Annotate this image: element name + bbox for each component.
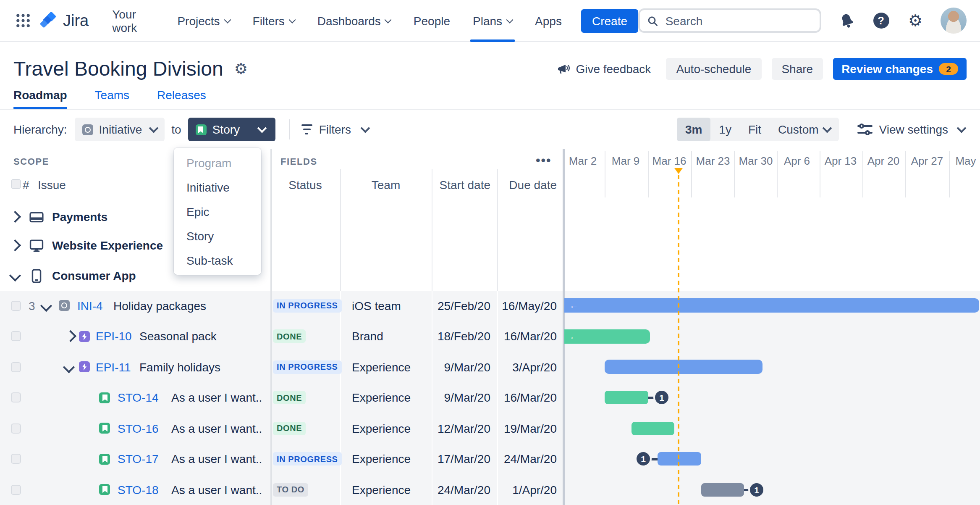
gantt-bar[interactable]: ← — [564, 299, 979, 313]
user-avatar[interactable] — [941, 8, 967, 34]
nav-item-dashboards[interactable]: Dashboards — [317, 0, 391, 42]
tab-roadmap[interactable]: Roadmap — [13, 88, 67, 109]
start-date-cell[interactable]: 18/Feb/20 — [432, 321, 490, 352]
issue-key[interactable]: EPI-11 — [96, 352, 131, 382]
settings-gear-icon[interactable]: ⚙ — [906, 11, 925, 30]
gantt-bar[interactable] — [605, 391, 648, 405]
chevron-down-icon[interactable] — [9, 270, 21, 281]
dropdown-option-subtask[interactable]: Sub-task — [174, 248, 261, 272]
team-cell[interactable]: Experience — [352, 382, 411, 413]
dropdown-option-initiative[interactable]: Initiative — [174, 175, 261, 199]
due-date-cell[interactable]: 16/Mar/20 — [497, 321, 557, 352]
status-badge[interactable]: IN PROGRESS — [273, 360, 342, 374]
start-date-cell[interactable]: 17/Mar/20 — [432, 444, 490, 474]
start-date-cell[interactable]: 25/Feb/20 — [432, 290, 490, 321]
row-checkbox[interactable] — [11, 362, 21, 372]
column-header-team[interactable]: Team — [340, 178, 432, 192]
gantt-bar[interactable] — [631, 422, 674, 435]
search-box[interactable] — [638, 8, 821, 33]
due-date-cell[interactable]: 1/Apr/20 — [497, 474, 557, 505]
nav-item-your-work[interactable]: Your work — [112, 0, 155, 42]
chevron-right-icon[interactable] — [9, 239, 21, 251]
zoom-custom-button[interactable]: Custom — [770, 118, 839, 141]
nav-item-people[interactable]: People — [414, 0, 450, 42]
tab-teams[interactable]: Teams — [95, 88, 129, 109]
jira-logo[interactable]: Jira — [39, 11, 89, 30]
issue-summary[interactable]: As a user I want.. — [171, 444, 262, 474]
team-cell[interactable]: Brand — [352, 321, 383, 352]
create-button[interactable]: Create — [581, 9, 638, 32]
dropdown-option-story[interactable]: Story — [174, 224, 261, 248]
tab-releases[interactable]: Releases — [157, 88, 206, 109]
start-date-cell[interactable]: 9/Mar/20 — [432, 382, 490, 413]
status-badge[interactable]: IN PROGRESS — [273, 299, 342, 313]
nav-item-apps[interactable]: Apps — [535, 0, 562, 42]
issue-row[interactable]: STO-16 As a user I want.. DONE Experienc… — [0, 413, 980, 444]
issue-row[interactable]: EPI-10 Seasonal pack DONE Brand 18/Feb/2… — [0, 321, 980, 352]
nav-item-plans[interactable]: Plans — [473, 0, 512, 42]
review-changes-button[interactable]: Review changes 2 — [833, 58, 967, 80]
issue-key[interactable]: INI-4 — [77, 290, 103, 321]
select-all-checkbox[interactable] — [11, 179, 21, 189]
notifications-bell-icon[interactable] — [837, 11, 856, 30]
search-input[interactable] — [664, 13, 812, 28]
issue-summary[interactable]: Family holidays — [139, 352, 220, 382]
team-cell[interactable]: iOS team — [352, 290, 401, 321]
due-date-cell[interactable]: 16/May/20 — [497, 290, 557, 321]
row-checkbox[interactable] — [11, 331, 21, 342]
chevron-right-icon[interactable] — [9, 211, 21, 223]
status-badge[interactable]: DONE — [273, 330, 306, 343]
issue-row[interactable]: STO-14 As a user I want.. DONE Experienc… — [0, 382, 980, 413]
row-checkbox[interactable] — [11, 301, 21, 311]
row-checkbox[interactable] — [11, 485, 21, 495]
filters-button[interactable]: Filters — [301, 123, 369, 136]
gantt-bar[interactable]: ← — [564, 329, 650, 344]
give-feedback-button[interactable]: Give feedback — [551, 61, 656, 76]
column-header-status[interactable]: Status — [270, 178, 340, 192]
nav-item-filters[interactable]: Filters — [253, 0, 295, 42]
issue-key[interactable]: EPI-10 — [96, 321, 132, 352]
status-badge[interactable]: DONE — [273, 391, 306, 405]
issue-key[interactable]: STO-14 — [118, 382, 159, 413]
status-badge[interactable]: DONE — [273, 422, 306, 435]
row-checkbox[interactable] — [11, 454, 21, 464]
view-settings-button[interactable]: View settings — [857, 123, 965, 136]
gantt-bar[interactable] — [658, 452, 701, 466]
plan-settings-gear-icon[interactable]: ⚙ — [234, 60, 248, 78]
team-cell[interactable]: Experience — [352, 444, 411, 474]
gantt-bar[interactable] — [701, 483, 744, 497]
start-date-cell[interactable]: 9/Mar/20 — [432, 352, 490, 382]
issue-row[interactable]: STO-18 As a user I want.. TO DO Experien… — [0, 474, 980, 505]
issue-summary[interactable]: As a user I want.. — [171, 413, 262, 444]
issue-summary[interactable]: Holiday packages — [113, 290, 206, 321]
zoom-3m-button[interactable]: 3m — [677, 118, 710, 141]
app-switcher-icon[interactable] — [13, 11, 32, 30]
due-date-cell[interactable]: 3/Apr/20 — [497, 352, 557, 382]
hierarchy-to-select[interactable]: Story — [188, 118, 275, 141]
column-header-start-date[interactable]: Start date — [432, 178, 490, 192]
chevron-down-icon[interactable] — [40, 300, 52, 311]
issue-key[interactable]: STO-17 — [118, 444, 159, 474]
gantt-bar[interactable] — [605, 360, 763, 374]
due-date-cell[interactable]: 19/Mar/20 — [497, 413, 557, 444]
column-header-due-date[interactable]: Due date — [497, 178, 557, 192]
issue-summary[interactable]: Seasonal pack — [139, 321, 217, 352]
team-cell[interactable]: Experience — [352, 474, 411, 505]
start-date-cell[interactable]: 12/Mar/20 — [432, 413, 490, 444]
auto-schedule-button[interactable]: Auto-schedule — [666, 58, 761, 80]
issue-key[interactable]: STO-18 — [118, 474, 159, 505]
issue-row[interactable]: STO-17 As a user I want.. IN PROGRESS Ex… — [0, 444, 980, 474]
issue-summary[interactable]: As a user I want.. — [171, 382, 262, 413]
status-badge[interactable]: IN PROGRESS — [273, 452, 342, 466]
dependency-badge[interactable]: 1 — [750, 483, 763, 497]
issue-key[interactable]: STO-16 — [118, 413, 159, 444]
chevron-down-icon[interactable] — [63, 361, 75, 373]
hierarchy-from-select[interactable]: Initiative — [75, 118, 165, 141]
issue-row[interactable]: EPI-11 Family holidays IN PROGRESS Exper… — [0, 352, 980, 382]
row-checkbox[interactable] — [11, 423, 21, 434]
status-badge[interactable]: TO DO — [273, 483, 308, 497]
start-date-cell[interactable]: 24/Mar/20 — [432, 474, 490, 505]
dropdown-option-epic[interactable]: Epic — [174, 199, 261, 224]
fields-more-button[interactable]: ••• — [536, 153, 552, 167]
share-button[interactable]: Share — [771, 58, 823, 80]
